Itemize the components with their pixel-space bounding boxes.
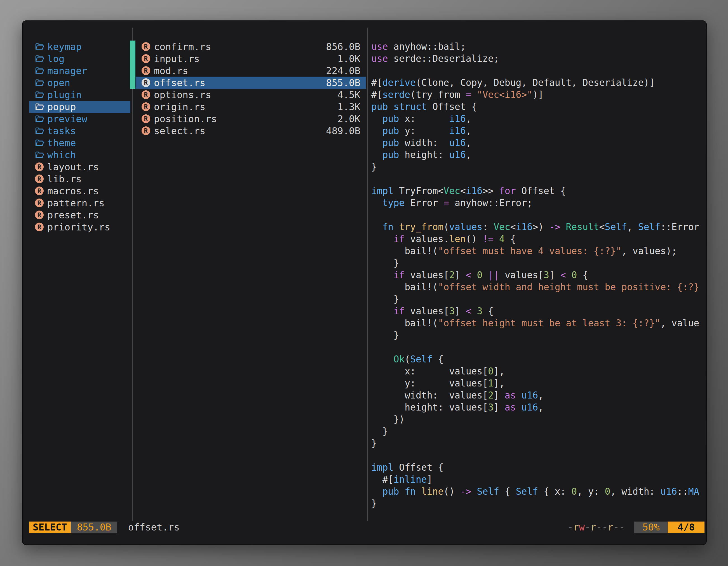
folder-item-open[interactable]: open (29, 77, 130, 89)
folder-open-icon (35, 90, 44, 100)
item-label: input.rs (154, 53, 200, 64)
rust-file-icon: R (142, 54, 150, 63)
code-line (371, 449, 706, 461)
file-row-origin.rs[interactable]: Rorigin.rs1.3K (136, 101, 366, 113)
mode-badge: SELECT (29, 522, 71, 533)
code-line: use anyhow::bail; (371, 41, 706, 53)
rust-file-icon: R (35, 199, 44, 207)
file-item-lib.rs[interactable]: Rlib.rs (29, 173, 130, 185)
desktop-background: { "colors": { "accent_orange": "#f5a31d"… (0, 0, 728, 566)
file-size: 1.3K (337, 101, 366, 112)
code-line: if values[2] < 0 || values[3] < 0 { (371, 269, 706, 281)
item-label: which (47, 149, 76, 161)
code-line: impl Offset { (371, 461, 706, 473)
folder-open-icon (35, 90, 44, 100)
rust-file-icon: R (142, 42, 150, 51)
code-line: Ok(Self { (371, 353, 706, 365)
file-row-mod.rs[interactable]: Rmod.rs224.0B (136, 65, 366, 77)
code-line (371, 209, 706, 221)
file-row-position.rs[interactable]: Rposition.rs2.0K (136, 113, 366, 125)
folder-open-icon (35, 138, 44, 148)
file-row-input.rs[interactable]: Rinput.rs1.0K (136, 53, 366, 65)
folder-item-tasks[interactable]: tasks (29, 125, 130, 137)
item-label: position.rs (154, 113, 217, 125)
folder-item-plugin[interactable]: plugin (29, 89, 130, 101)
folder-open-icon (35, 126, 44, 136)
folder-open-icon (35, 114, 44, 124)
code-line: } (371, 293, 706, 305)
code-line: #[serde(try_from = "Vec<i16>")] (371, 89, 706, 101)
file-preview-pane: use anyhow::bail;use serde::Deserialize;… (371, 41, 706, 519)
folder-item-keymap[interactable]: keymap (29, 41, 130, 53)
file-size: 855.0B (326, 77, 366, 88)
code-line: } (371, 329, 706, 341)
rust-file-icon: R (35, 163, 44, 171)
item-label: options.rs (154, 89, 211, 100)
code-line: height: values[3] as u16, (371, 401, 706, 413)
folder-item-theme[interactable]: theme (29, 137, 130, 149)
rust-file-icon: R (142, 78, 150, 87)
code-line: x: values[0], (371, 365, 706, 377)
file-manager-window: keymaplogmanageropenpluginpopuppreviewta… (22, 20, 707, 545)
rust-file-icon: R (142, 90, 150, 99)
code-line: #[inline] (371, 473, 706, 485)
file-row-options.rs[interactable]: Roptions.rs4.5K (136, 89, 366, 101)
item-label: priority.rs (47, 222, 110, 233)
folder-open-icon (35, 42, 44, 51)
folder-item-which[interactable]: which (29, 149, 130, 161)
folder-open-icon (35, 42, 44, 51)
code-line (371, 173, 706, 185)
file-size-chip: 855.0B (71, 522, 117, 533)
item-label: preview (47, 113, 87, 125)
file-item-layout.rs[interactable]: Rlayout.rs (29, 161, 130, 173)
folder-open-icon (35, 102, 44, 112)
item-label: popup (47, 101, 76, 112)
folder-item-preview[interactable]: preview (29, 113, 130, 125)
code-line: bail!("offset must have 4 values: {:?}",… (371, 245, 706, 257)
item-label: confirm.rs (154, 41, 211, 52)
item-label: macros.rs (47, 186, 99, 197)
file-item-pattern.rs[interactable]: Rpattern.rs (29, 197, 130, 209)
code-line: pub height: u16, (371, 149, 706, 161)
code-line: pub width: u16, (371, 137, 706, 149)
file-row-offset.rs[interactable]: Roffset.rs855.0B (136, 77, 366, 89)
folder-item-popup[interactable]: popup (29, 101, 130, 113)
code-line: } (371, 497, 706, 509)
rust-file-icon: R (142, 114, 150, 123)
current-folder-pane: Rconfirm.rs856.0BRinput.rs1.0KRmod.rs224… (136, 41, 366, 137)
file-row-confirm.rs[interactable]: Rconfirm.rs856.0B (136, 41, 366, 53)
item-label: lib.rs (47, 173, 82, 185)
file-size: 489.0B (326, 125, 366, 137)
parent-folder-pane: keymaplogmanageropenpluginpopuppreviewta… (29, 41, 130, 233)
code-line: y: values[1], (371, 377, 706, 389)
item-label: theme (47, 137, 76, 149)
scrollbar-indicator[interactable] (130, 41, 135, 89)
pane-divider-right (367, 28, 368, 521)
code-line: pub x: i16, (371, 113, 706, 125)
rust-file-icon: R (35, 211, 44, 219)
rust-file-icon: R (142, 66, 150, 75)
folder-open-icon (35, 138, 44, 148)
code-line: } (371, 257, 706, 269)
file-item-priority.rs[interactable]: Rpriority.rs (29, 221, 130, 233)
folder-open-icon (35, 66, 44, 76)
folder-open-icon (35, 150, 44, 160)
folder-open-icon (35, 78, 44, 88)
file-item-preset.rs[interactable]: Rpreset.rs (29, 209, 130, 221)
code-line (371, 65, 706, 77)
file-size: 1.0K (337, 53, 366, 64)
item-label: mod.rs (154, 65, 188, 76)
code-line: pub fn line() -> Self { Self { x: 0, y: … (371, 485, 706, 497)
item-label: manager (47, 65, 87, 76)
item-label: pattern.rs (47, 198, 105, 209)
rust-file-icon: R (142, 126, 150, 135)
item-label: keymap (47, 41, 82, 52)
folder-item-log[interactable]: log (29, 53, 130, 65)
folder-open-icon (35, 54, 44, 64)
code-line (371, 341, 706, 353)
code-line: pub y: i16, (371, 125, 706, 137)
folder-item-manager[interactable]: manager (29, 65, 130, 77)
file-item-macros.rs[interactable]: Rmacros.rs (29, 185, 130, 197)
file-row-select.rs[interactable]: Rselect.rs489.0B (136, 125, 366, 137)
rust-file-icon: R (35, 223, 44, 231)
